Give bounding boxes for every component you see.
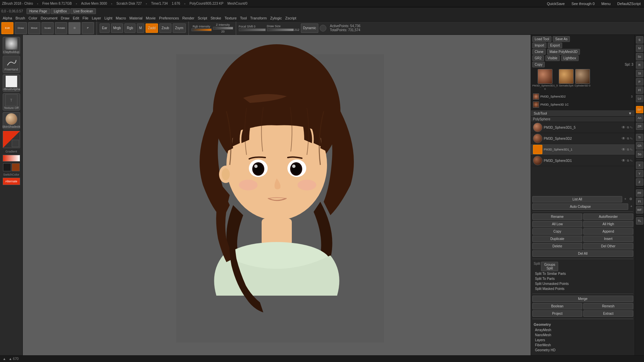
gr2-btn[interactable]: GR2: [532, 55, 544, 61]
claybuildup-brush[interactable]: ClayBuildup: [3, 37, 20, 54]
sphere3d-item-1c[interactable]: PM3D_Sphere3D 1C: [532, 101, 633, 108]
standard-btn[interactable]: St: [636, 70, 643, 77]
subtool-eye-3[interactable]: 👁: [622, 158, 626, 163]
draw-mode-btn[interactable]: Draw: [15, 22, 27, 34]
lightbox-rt-btn[interactable]: Lightbox: [561, 55, 579, 61]
sel-btn[interactable]: S: [636, 36, 643, 44]
menu-color[interactable]: Color: [27, 16, 39, 20]
default-zscript-btn[interactable]: DefaultZScript: [616, 2, 642, 6]
subtool-item-2[interactable]: PM3D_Sphere3D1_1 👁 ⧉ ✎: [531, 144, 635, 155]
edit-mode-btn[interactable]: Edit: [1, 22, 13, 34]
polyf-btn[interactable]: PF: [636, 189, 643, 197]
export-btn[interactable]: Export: [548, 43, 562, 48]
menu-texture[interactable]: Texture: [223, 16, 238, 20]
solo-btn[interactable]: So: [636, 150, 643, 158]
ghost-btn[interactable]: Gh: [636, 142, 643, 149]
save-as-btn[interactable]: Save As: [553, 36, 570, 42]
insert-btn[interactable]: Insert: [583, 236, 633, 242]
menu-draw[interactable]: Draw: [59, 16, 71, 20]
smateria-thumb[interactable]: SematicSph: [559, 69, 574, 90]
zsym-tool-btn[interactable]: Z: [636, 178, 643, 186]
xsym-btn[interactable]: X: [636, 162, 643, 169]
skin-shaded[interactable]: SkinShaded4: [3, 112, 20, 129]
auto-reorder-btn[interactable]: AutoReorder: [583, 214, 633, 220]
append-btn[interactable]: Append: [583, 228, 633, 235]
copy-top-btn[interactable]: Copy: [532, 62, 545, 67]
canvas-area[interactable]: [23, 35, 531, 355]
alternate-btn[interactable]: Alternate: [3, 178, 20, 185]
texture-off[interactable]: T Texture Off: [3, 93, 20, 111]
auto-collapse-btn[interactable]: Auto Collapse: [532, 203, 628, 210]
all-low-btn[interactable]: All Low: [532, 221, 582, 227]
menu-light[interactable]: Light: [103, 16, 114, 20]
brush-alpha[interactable]: ~BrushAlpha: [3, 74, 20, 92]
zadd-btn[interactable]: Zadd: [146, 23, 158, 33]
project-btn[interactable]: Project: [532, 310, 582, 317]
z-intensity-slider[interactable]: [213, 27, 233, 29]
mrgb-toggle[interactable]: Mrgb: [111, 23, 123, 33]
symmetry-icon[interactable]: [320, 25, 326, 32]
del-other-btn[interactable]: Del Other: [583, 243, 633, 249]
anim-btn[interactable]: An: [636, 114, 643, 122]
menu-file[interactable]: File: [81, 16, 90, 20]
quicksave-btn[interactable]: QuickSave: [545, 2, 566, 6]
zremesh-btn[interactable]: ZR: [636, 123, 643, 130]
wiref-btn[interactable]: WF: [636, 206, 643, 214]
make-polymesh-btn[interactable]: Make PolyMesh3D: [547, 49, 580, 55]
flat-btn[interactable]: Ft: [636, 198, 643, 205]
remesh-btn[interactable]: Remesh: [583, 303, 633, 309]
geometry-item-4[interactable]: Geometry HD: [534, 348, 632, 353]
menu-transform[interactable]: Transform: [249, 16, 268, 20]
subtool-item-0[interactable]: PM3D_Sphere3D1_5 👁 ⧉ ✎: [531, 122, 635, 133]
m-toggle[interactable]: M: [137, 23, 144, 33]
menu-zscript[interactable]: Zscript: [284, 16, 298, 20]
menu-btn[interactable]: Menu: [600, 2, 612, 6]
subtool-item-3[interactable]: PM3D_Sphere3D1 👁 ⧉ ✎: [531, 155, 635, 166]
rotate-mode-btn[interactable]: Rotate: [55, 22, 67, 34]
zsub-btn[interactable]: Zsub: [159, 23, 171, 33]
subtool-eye-0[interactable]: 👁: [622, 125, 626, 130]
list-all-plus[interactable]: +: [623, 196, 627, 202]
menu-script[interactable]: Script: [197, 16, 209, 20]
split-parts-btn[interactable]: Split To Parts: [534, 276, 632, 281]
sphere3d-item-2[interactable]: PM3D_Sphere3D2 3: [532, 93, 633, 100]
move-btn[interactable]: M: [636, 45, 643, 52]
visible-btn[interactable]: Visible: [545, 55, 560, 61]
del-all-btn[interactable]: Del All: [532, 250, 633, 257]
persp-mode-btn[interactable]: P: [636, 78, 643, 85]
focal-shift-slider[interactable]: [239, 28, 266, 31]
foreground-color[interactable]: [4, 132, 11, 139]
menu-zylogic[interactable]: Zylogic: [269, 16, 283, 20]
menu-movie[interactable]: Movie: [145, 16, 157, 20]
viewport[interactable]: [23, 35, 531, 355]
sym-mode-btn[interactable]: ⊙: [68, 22, 80, 34]
gradient-swatch[interactable]: [3, 155, 20, 162]
extract-btn[interactable]: Extract: [583, 310, 633, 317]
swatch-dark[interactable]: [3, 163, 11, 171]
groups-split-btn[interactable]: Groups Split: [541, 262, 558, 271]
boolean-btn[interactable]: Boolean: [532, 303, 582, 309]
sphere-thumb-1[interactable]: PM3D_Sphere3D1_5 6: [532, 69, 558, 90]
all-high-btn[interactable]: All High: [583, 221, 633, 227]
delete-btn[interactable]: Delete: [532, 243, 582, 249]
menu-preferences[interactable]: Preferences: [158, 16, 180, 20]
list-all-gear[interactable]: ⚙: [628, 196, 633, 202]
list-all-btn[interactable]: List All: [532, 196, 622, 202]
mrgb-btn[interactable]: Ear: [100, 23, 110, 33]
polysphere-header[interactable]: PolySphere: [531, 117, 635, 122]
copy-btn[interactable]: Copy: [532, 228, 582, 235]
main-color-swatch[interactable]: [3, 131, 20, 148]
floor-btn[interactable]: Fl: [636, 86, 643, 94]
geometry-item-3[interactable]: FiberMesh: [534, 343, 632, 348]
freehand-brush[interactable]: FreeHand: [3, 56, 20, 73]
split-unmasked-btn[interactable]: Split Unmasked Points: [534, 281, 632, 286]
rgb-toggle[interactable]: Rgb: [124, 23, 135, 33]
subtool-expand-btn[interactable]: ▼: [628, 111, 632, 115]
duplicate-btn[interactable]: Duplicate: [532, 236, 582, 242]
menu-layer[interactable]: Layer: [91, 16, 103, 20]
subtool-eye-2[interactable]: 👁: [622, 147, 626, 152]
scale-btn[interactable]: Sc: [636, 53, 643, 60]
geometry-item-0[interactable]: ArrayMesh: [534, 327, 632, 333]
local-btn[interactable]: Lo: [636, 95, 643, 102]
persp-btn[interactable]: P: [82, 22, 94, 34]
